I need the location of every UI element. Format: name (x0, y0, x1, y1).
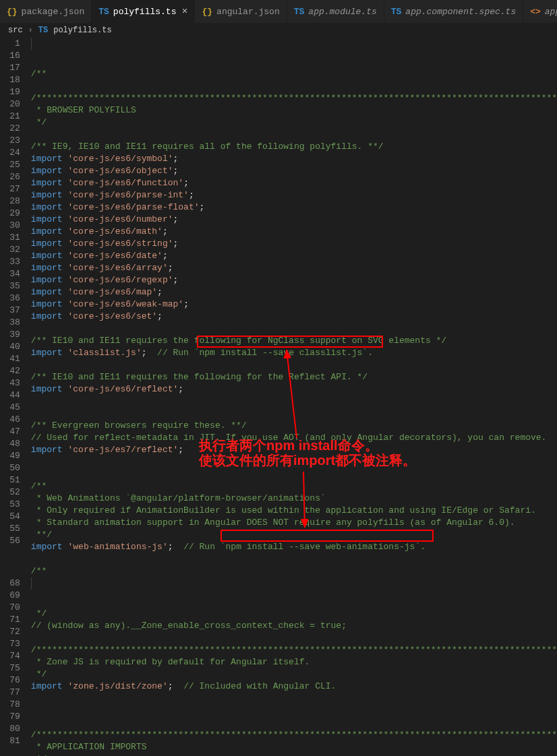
code-area[interactable]: /** /***********************************… (27, 38, 557, 577)
code-editor[interactable]: 1161718192021222324252627282930313233343… (0, 38, 557, 577)
file-type-icon: {} (202, 7, 212, 17)
code-line[interactable]: import 'core-js/es6/symbol'; (31, 153, 557, 165)
code-line[interactable]: * Only required if AnimationBuilder is u… (31, 505, 557, 517)
code-line[interactable]: /** Evergreen browsers require these. **… (31, 420, 557, 432)
tab-app.component.spec.ts[interactable]: TSapp.component.spec.ts (384, 0, 523, 23)
annotation-text: 执行者两个npm install命令。 使该文件的所有import都不被注释。 (199, 438, 416, 468)
code-line[interactable]: import 'core-js/es6/number'; (31, 214, 557, 226)
line-gutter: 1161718192021222324252627282930313233343… (0, 38, 27, 577)
code-line[interactable]: /** (31, 68, 557, 80)
file-type-icon: TS (98, 7, 109, 17)
chevron-right-icon: › (28, 26, 33, 35)
code-line[interactable] (31, 359, 557, 371)
code-line[interactable]: * Zone JS is required by default for Ang… (31, 656, 557, 668)
code-line[interactable]: * Web Animations `@angular/platform-brow… (31, 493, 557, 505)
annotation-box-2 (221, 530, 434, 542)
code-line[interactable] (31, 129, 557, 141)
code-line[interactable]: import 'core-js/es6/object'; (31, 165, 557, 177)
code-line[interactable] (31, 408, 557, 420)
code-line[interactable]: * BROWSER POLYFILLS (31, 104, 557, 117)
line-gutter: 6869707172737475767778798081 (0, 577, 27, 756)
code-line[interactable] (31, 468, 557, 480)
code-line[interactable]: */ (31, 117, 557, 129)
code-line[interactable]: import 'core-js/es6/map'; (31, 286, 557, 298)
code-line[interactable]: */ (31, 753, 557, 756)
tab-bar: {}package.jsonTSpolyfills.ts×{}angular.j… (0, 0, 557, 23)
crumb-file[interactable]: polyfills.ts (53, 26, 111, 35)
code-line[interactable]: import 'core-js/es6/math'; (31, 226, 557, 238)
code-line[interactable]: import 'zone.js/dist/zone'; // Included … (31, 681, 557, 693)
breadcrumb: src › TS polyfills.ts (0, 23, 557, 38)
code-line[interactable] (31, 553, 557, 565)
tab-package.json[interactable]: {}package.json (0, 0, 92, 23)
close-icon[interactable]: × (181, 6, 187, 18)
code-line[interactable]: * Standard animation support in Angular … (31, 517, 557, 529)
code-line[interactable]: import 'core-js/es6/parse-float'; (31, 201, 557, 214)
tab-angular.json[interactable]: {}angular.json (195, 0, 287, 23)
annotation-box-1 (197, 336, 383, 348)
code-line[interactable]: /** IE10 and IE11 requires the following… (31, 371, 557, 383)
code-line[interactable]: * APPLICATION IMPORTS (31, 741, 557, 753)
code-line[interactable]: /** IE9, IE10 and IE11 requires all of t… (31, 141, 557, 153)
tab-app.module.ts[interactable]: TSapp.module.ts (287, 0, 384, 23)
code-line[interactable]: import 'core-js/es6/function'; (31, 177, 557, 189)
code-line[interactable] (31, 80, 557, 92)
folded-editor[interactable]: 6869707172737475767778798081 */// (windo… (0, 577, 557, 756)
code-line[interactable]: import 'core-js/es6/reflect'; (31, 383, 557, 396)
code-line[interactable]: import 'core-js/es6/date'; (31, 250, 557, 262)
code-line[interactable] (31, 396, 557, 408)
code-line[interactable]: /***************************************… (31, 92, 557, 104)
tab-app.component.[interactable]: <>app.component. (523, 0, 557, 23)
code-line[interactable] (31, 323, 557, 335)
crumb-src[interactable]: src (8, 26, 23, 35)
code-line[interactable]: */ (31, 608, 557, 620)
code-line[interactable]: /** (31, 565, 557, 577)
code-line[interactable] (31, 717, 557, 729)
code-line[interactable]: // (window as any).__Zone_enable_cross_c… (31, 620, 557, 632)
code-line[interactable]: import 'core-js/es6/set'; (31, 311, 557, 323)
code-line[interactable]: import 'core-js/es6/regexp'; (31, 274, 557, 286)
file-type-icon: <> (530, 7, 541, 17)
code-area[interactable]: */// (window as any).__Zone_enable_cross… (27, 577, 557, 756)
code-line[interactable]: import 'core-js/es6/parse-int'; (31, 189, 557, 201)
file-type-icon: TS (294, 7, 305, 17)
code-line[interactable] (31, 632, 557, 644)
code-line[interactable] (31, 705, 557, 717)
code-line[interactable]: */ (31, 668, 557, 681)
code-line[interactable]: import 'classlist.js'; // Run `npm insta… (31, 347, 557, 359)
code-line[interactable] (31, 693, 557, 705)
code-line[interactable]: import 'core-js/es6/array'; (31, 262, 557, 274)
code-line[interactable]: /** (31, 480, 557, 493)
file-type-icon: TS (391, 7, 402, 17)
file-type-icon: {} (7, 7, 18, 17)
code-line[interactable]: import 'web-animations-js'; // Run `npm … (31, 541, 557, 553)
tab-polyfills.ts[interactable]: TSpolyfills.ts× (92, 0, 195, 23)
code-line[interactable]: /***************************************… (31, 729, 557, 741)
code-line[interactable]: import 'core-js/es6/string'; (31, 238, 557, 250)
ts-badge-icon: TS (38, 26, 48, 35)
code-line[interactable]: import 'core-js/es6/weak-map'; (31, 298, 557, 311)
code-line[interactable]: /***************************************… (31, 644, 557, 656)
